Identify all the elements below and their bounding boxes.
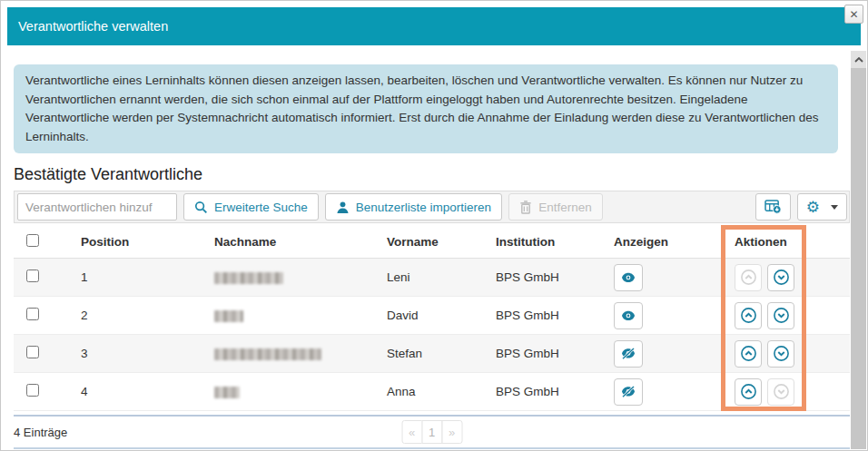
column-header-position: Position	[68, 235, 201, 249]
pagination-prev-button[interactable]: «	[401, 420, 422, 444]
add-responsible-input[interactable]	[17, 193, 177, 221]
row-checkbox[interactable]	[26, 384, 39, 397]
table-row: 4 Anna BPS GmbH	[14, 373, 850, 411]
export-table-button[interactable]	[755, 193, 791, 221]
redacted-name	[214, 310, 243, 322]
column-header-anzeigen: Anzeigen	[600, 235, 723, 249]
cell-nachname	[201, 270, 373, 284]
responsibles-table: Position Nachname Vorname Institution An…	[14, 225, 850, 411]
visibility-toggle-button[interactable]	[614, 378, 643, 406]
chevron-circle-up-icon	[740, 269, 757, 286]
chevron-circle-up-icon	[740, 345, 757, 362]
gear-icon: ⚙	[806, 200, 820, 215]
move-up-button[interactable]	[735, 302, 762, 329]
table-header-row: Position Nachname Vorname Institution An…	[14, 225, 850, 259]
section-title: Bestätigte Verantwortliche	[14, 165, 850, 187]
cell-vorname: Anna	[373, 385, 482, 398]
cell-position: 3	[68, 347, 201, 360]
cell-vorname: David	[373, 309, 482, 322]
table-toolbar: Erweiterte Suche Benutzerliste importier…	[14, 191, 850, 223]
table-row: 1 Leni BPS GmbH	[14, 259, 850, 297]
cell-position: 1	[68, 270, 201, 284]
import-userlist-label: Benutzerliste importieren	[356, 201, 491, 214]
redacted-name	[214, 272, 283, 284]
table-settings-button[interactable]: ⚙	[797, 193, 847, 221]
modal-dialog: Verantwortliche verwalten ✕ Verantwortli…	[0, 0, 868, 451]
search-icon	[194, 201, 208, 214]
cell-institution: BPS GmbH	[482, 309, 600, 322]
pagination: « 1 »	[401, 420, 462, 444]
vertical-scrollbar[interactable]	[851, 51, 866, 449]
user-icon	[336, 201, 350, 214]
move-down-button[interactable]	[767, 378, 794, 406]
eye-icon	[621, 310, 636, 321]
eye-slash-icon	[621, 386, 636, 397]
move-up-button[interactable]	[735, 378, 762, 406]
column-header-nachname: Nachname	[201, 235, 373, 249]
info-message: Verantwortliche eines Lerninhalts können…	[14, 64, 838, 153]
remove-label: Entfernen	[538, 201, 592, 214]
move-down-button[interactable]	[767, 340, 794, 368]
cell-position: 4	[68, 385, 201, 398]
trash-icon	[519, 201, 532, 214]
row-checkbox[interactable]	[26, 308, 39, 320]
table-row: 3 Stefan BPS GmbH	[14, 335, 850, 373]
table-row: 2 David BPS GmbH	[14, 297, 850, 335]
cell-vorname: Stefan	[373, 347, 482, 360]
dialog-title: Verantwortliche verwalten	[18, 19, 168, 34]
scroll-up-icon[interactable]	[851, 51, 866, 68]
move-down-button[interactable]	[767, 302, 794, 329]
close-icon[interactable]: ✕	[844, 5, 863, 24]
chevron-circle-up-icon	[740, 307, 757, 324]
pagination-next-button[interactable]: »	[441, 420, 462, 444]
redacted-name	[214, 348, 321, 360]
redacted-name	[214, 387, 240, 398]
select-all-checkbox[interactable]	[26, 234, 39, 247]
column-header-vorname: Vorname	[373, 235, 482, 249]
chevron-circle-up-icon	[740, 383, 757, 400]
cell-institution: BPS GmbH	[482, 270, 600, 284]
cell-nachname	[201, 309, 373, 322]
move-down-button[interactable]	[767, 264, 794, 291]
eye-icon	[621, 272, 636, 283]
row-checkbox[interactable]	[26, 270, 39, 282]
move-up-button[interactable]	[735, 264, 762, 291]
chevron-circle-down-icon	[773, 269, 790, 286]
entry-count: 4 Einträge	[14, 426, 67, 439]
pagination-page-1[interactable]: 1	[421, 420, 442, 444]
eye-slash-icon	[621, 348, 636, 359]
chevron-circle-down-icon	[773, 307, 790, 324]
visibility-toggle-button[interactable]	[614, 302, 643, 329]
chevron-down-icon	[831, 205, 838, 210]
chevron-circle-down-icon	[773, 345, 790, 362]
advanced-search-label: Erweiterte Suche	[214, 201, 308, 214]
dialog-titlebar: Verantwortliche verwalten	[7, 7, 861, 45]
cell-position: 2	[68, 309, 201, 322]
remove-button[interactable]: Entfernen	[508, 193, 603, 221]
table-export-icon	[764, 200, 782, 214]
import-userlist-button[interactable]: Benutzerliste importieren	[325, 193, 502, 221]
table-footer: 4 Einträge « 1 »	[14, 417, 850, 447]
advanced-search-button[interactable]: Erweiterte Suche	[183, 193, 319, 221]
cell-nachname	[201, 347, 373, 360]
move-up-button[interactable]	[735, 340, 762, 368]
cell-vorname: Leni	[373, 270, 482, 284]
row-checkbox[interactable]	[26, 346, 39, 358]
column-header-institution: Institution	[482, 235, 600, 249]
cell-institution: BPS GmbH	[482, 385, 600, 398]
chevron-circle-down-icon	[773, 383, 790, 400]
cell-nachname	[201, 385, 373, 398]
footer-bottom-divider	[14, 447, 850, 449]
column-header-aktionen: Aktionen	[723, 235, 850, 249]
visibility-toggle-button[interactable]	[614, 340, 643, 368]
cell-institution: BPS GmbH	[482, 347, 600, 360]
visibility-toggle-button[interactable]	[614, 264, 643, 291]
